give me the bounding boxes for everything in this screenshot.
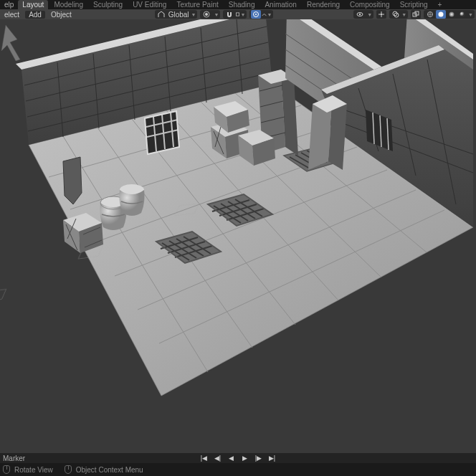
help-menu-fragment[interactable]: elp (1, 0, 16, 9)
mouse-middle-icon (3, 465, 10, 474)
rendered-shading-icon[interactable] (457, 10, 467, 19)
pillar-right (308, 95, 347, 170)
chevron-down-icon: ▼ (367, 12, 372, 17)
keyframe-prev-icon[interactable]: ◀| (212, 454, 224, 462)
3d-viewport[interactable] (0, 19, 476, 453)
xray-toggle-icon[interactable] (411, 10, 421, 19)
snap-target-dropdown[interactable]: ▼ (235, 10, 245, 19)
chevron-down-icon: ▼ (267, 12, 272, 17)
play-reverse-icon[interactable]: ◀ (226, 454, 237, 462)
svg-point-15 (460, 12, 465, 17)
status-hint-context: Object Context Menu (65, 465, 143, 474)
svg-rect-33 (0, 289, 6, 301)
material-shading-icon[interactable] (447, 10, 457, 19)
status-bar: Rotate View Object Context Menu (0, 463, 476, 476)
tab-modeling[interactable]: Modeling (49, 0, 87, 9)
solid-shading-icon[interactable] (436, 10, 446, 19)
pivot-point-dropdown[interactable]: ▼ (200, 10, 220, 19)
falloff-dropdown[interactable]: ▼ (262, 10, 272, 19)
play-icon[interactable]: ▶ (239, 454, 251, 462)
chevron-down-icon: ▼ (468, 12, 473, 17)
overlay-toggle-icon[interactable] (391, 10, 401, 19)
tab-layout[interactable]: Layout (18, 0, 48, 9)
add-menu[interactable]: Add (25, 11, 45, 19)
proportional-edit-icon[interactable] (251, 10, 261, 19)
tab-sculpting[interactable]: Sculpting (89, 0, 127, 9)
wireframe-shading-icon[interactable] (425, 10, 435, 19)
tab-scripting[interactable]: Scripting (396, 0, 432, 9)
svg-point-6 (359, 14, 361, 15)
tab-animation[interactable]: Animation (260, 0, 300, 9)
tab-compositing[interactable]: Compositing (346, 0, 394, 9)
tab-texture-paint[interactable]: Texture Paint (172, 0, 222, 9)
svg-point-13 (439, 12, 444, 17)
svg-rect-2 (237, 13, 239, 16)
gizmo-toggle-icon[interactable] (376, 10, 386, 19)
proportional-edit-group: ▼ (249, 10, 273, 19)
svg-point-0 (205, 13, 208, 16)
tab-uv-editing[interactable]: UV Editing (128, 0, 171, 9)
orientation-label: Global (168, 11, 189, 19)
tab-shading[interactable]: Shading (224, 0, 260, 9)
jump-start-icon[interactable]: |◀ (199, 454, 210, 462)
overlay-group: ▼ (389, 10, 408, 19)
viewport-header: elect Add Object Global ▼ ▼ ▼ ▼ (0, 9, 476, 19)
pivot-icon (201, 10, 211, 19)
workspace-tabs: elp Layout Modeling Sculpting UV Editing… (0, 0, 476, 9)
keyframe-next-icon[interactable]: |▶ (253, 454, 265, 462)
tab-rendering[interactable]: Rendering (303, 0, 344, 9)
object-menu[interactable]: Object (48, 11, 75, 19)
visibility-dropdown[interactable]: ▼ (353, 10, 373, 19)
barrel (120, 184, 145, 216)
chevron-down-icon: ▼ (191, 12, 196, 17)
chevron-down-icon: ▼ (214, 12, 219, 17)
hint-label: Rotate View (14, 466, 53, 474)
snap-toggle-group: ▼ (223, 10, 247, 19)
eye-icon (355, 10, 365, 19)
transform-orientation-dropdown[interactable]: Global ▼ (155, 10, 198, 19)
mouse-right-icon (65, 465, 72, 474)
svg-point-14 (449, 12, 454, 17)
select-menu[interactable]: elect (1, 11, 22, 19)
svg-point-4 (255, 14, 257, 15)
hint-label: Object Context Menu (76, 466, 143, 474)
marker-menu[interactable]: Marker (3, 454, 25, 462)
magnet-icon[interactable] (224, 10, 234, 19)
svg-point-7 (381, 14, 382, 15)
shading-mode-group: ▼ (424, 10, 475, 19)
orientation-icon (156, 10, 166, 19)
viewport-scene (0, 19, 476, 453)
chevron-down-icon: ▼ (240, 12, 245, 17)
playback-controls: |◀ ◀| ◀ ▶ |▶ ▶| (199, 454, 278, 462)
timeline-header: Marker |◀ ◀| ◀ ▶ |▶ ▶| (0, 453, 476, 463)
add-workspace-icon[interactable]: + (434, 1, 447, 9)
status-hint-rotate: Rotate View (3, 465, 53, 474)
jump-end-icon[interactable]: ▶| (267, 454, 278, 462)
chevron-down-icon: ▼ (401, 12, 406, 17)
